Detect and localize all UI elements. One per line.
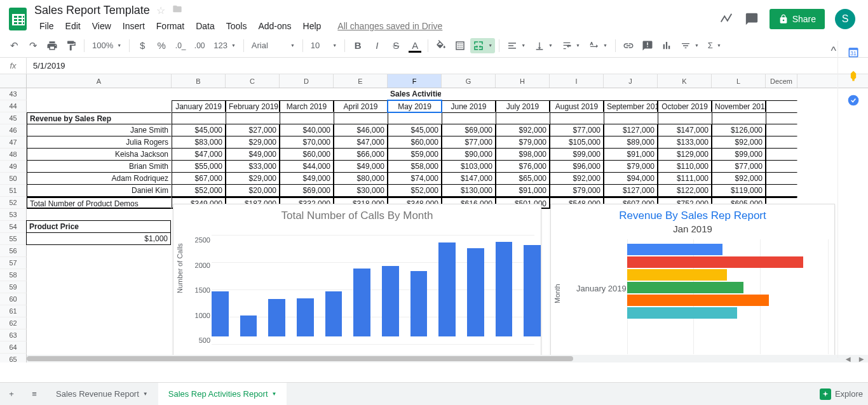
text-rotate-icon[interactable]: ▼ bbox=[585, 41, 611, 51]
keep-icon[interactable] bbox=[847, 70, 860, 83]
text-wrap-icon[interactable]: ▼ bbox=[558, 41, 584, 51]
share-button[interactable]: Share bbox=[770, 9, 825, 29]
menu-insert[interactable]: Insert bbox=[118, 18, 150, 34]
v-align-icon[interactable]: ▼ bbox=[531, 41, 557, 51]
side-panel: 31 bbox=[837, 41, 868, 358]
formula-bar: fx 5/1/2019 bbox=[0, 58, 868, 74]
tab-sales-revenue[interactable]: Sales Revenue Report▼ bbox=[46, 383, 158, 406]
strikethrough-icon[interactable]: S bbox=[387, 37, 405, 55]
menu-bar: File Edit View Insert Format Data Tools … bbox=[31, 17, 719, 34]
menu-data[interactable]: Data bbox=[191, 18, 220, 34]
chart-subtitle: Jan 2019 bbox=[551, 223, 834, 234]
currency-icon[interactable]: $ bbox=[133, 37, 151, 55]
chart-icon[interactable] bbox=[658, 37, 675, 55]
bold-icon[interactable]: B bbox=[349, 37, 367, 55]
redo-icon[interactable]: ↷ bbox=[24, 37, 42, 55]
menu-tools[interactable]: Tools bbox=[221, 18, 252, 34]
fx-icon[interactable]: fx bbox=[0, 58, 27, 74]
formula-value[interactable]: 5/1/2019 bbox=[27, 61, 65, 70]
chart-revenue-by-rep[interactable]: Revenue By Sales Rep Report Jan 2019 Mon… bbox=[550, 204, 835, 360]
number-format-select[interactable]: 123▼ bbox=[210, 41, 240, 50]
comment-icon[interactable] bbox=[639, 37, 656, 55]
text-color-icon[interactable]: A bbox=[406, 37, 424, 55]
chart-calls-by-month[interactable]: Total Number of Calls By Month Number of… bbox=[173, 204, 541, 360]
document-title[interactable]: Sales Report Template bbox=[34, 4, 150, 17]
calendar-icon[interactable]: 31 bbox=[847, 46, 860, 58]
sheet-tabs-bar: + ≡ Sales Revenue Report▼ Sales Rep Acti… bbox=[0, 382, 868, 405]
menu-help[interactable]: Help bbox=[298, 18, 327, 34]
explore-icon bbox=[820, 388, 831, 400]
tasks-icon[interactable] bbox=[847, 94, 860, 107]
decimal-decrease-icon[interactable]: .0_ bbox=[172, 37, 189, 55]
chart-title: Revenue By Sales Rep Report bbox=[551, 209, 834, 222]
activity-icon[interactable] bbox=[719, 11, 734, 27]
undo-icon[interactable]: ↶ bbox=[5, 37, 23, 55]
menu-addons[interactable]: Add-ons bbox=[253, 18, 296, 34]
explore-button[interactable]: Explore bbox=[820, 388, 863, 400]
percent-icon[interactable]: % bbox=[153, 37, 170, 55]
zoom-select[interactable]: 100%▼ bbox=[88, 41, 125, 50]
decimal-increase-icon[interactable]: .00 bbox=[191, 37, 208, 55]
comments-icon[interactable] bbox=[744, 11, 759, 27]
italic-icon[interactable]: I bbox=[368, 37, 386, 55]
tab-sales-rep-activities[interactable]: Sales Rep Activities Report▼ bbox=[158, 383, 287, 406]
save-status[interactable]: All changes saved in Drive bbox=[332, 18, 447, 34]
star-icon[interactable]: ☆ bbox=[156, 4, 165, 17]
account-avatar[interactable]: S bbox=[835, 9, 855, 29]
menu-edit[interactable]: Edit bbox=[60, 18, 86, 34]
menu-format[interactable]: Format bbox=[151, 18, 189, 34]
share-label: Share bbox=[792, 14, 816, 24]
functions-icon[interactable]: Σ▼ bbox=[704, 41, 725, 50]
y-axis-label: Number of Calls bbox=[176, 243, 184, 293]
print-icon[interactable] bbox=[43, 37, 61, 55]
paint-format-icon[interactable] bbox=[62, 37, 80, 55]
fill-color-icon[interactable] bbox=[432, 37, 450, 55]
chart-title: Total Number of Calls By Month bbox=[173, 209, 541, 222]
folder-icon[interactable] bbox=[172, 4, 183, 17]
y-axis-label: Month bbox=[553, 284, 561, 303]
filter-icon[interactable]: ▼ bbox=[677, 41, 703, 51]
all-sheets-icon[interactable]: ≡ bbox=[23, 383, 46, 406]
add-sheet-icon[interactable]: + bbox=[0, 383, 23, 406]
sheets-logo[interactable] bbox=[5, 6, 31, 32]
link-icon[interactable] bbox=[620, 37, 637, 55]
lock-icon bbox=[778, 14, 789, 24]
title-bar: Sales Report Template ☆ File Edit View I… bbox=[0, 0, 868, 34]
svg-point-3 bbox=[848, 95, 858, 106]
spreadsheet-grid[interactable]: ABCDEFGHIJKLDecem 43Sales Activities Rep… bbox=[0, 74, 868, 362]
svg-text:31: 31 bbox=[850, 50, 857, 56]
toolbar: ↶ ↷ 100%▼ $ % .0_ .00 123▼ Arial▼ 10▼ B … bbox=[0, 34, 868, 58]
horizontal-scrollbar[interactable]: ◄► bbox=[27, 355, 868, 362]
borders-icon[interactable] bbox=[451, 37, 469, 55]
h-align-icon[interactable]: ▼ bbox=[503, 41, 529, 51]
merge-cells-icon[interactable]: ▼ bbox=[470, 38, 495, 53]
menu-view[interactable]: View bbox=[87, 18, 116, 34]
collapse-toolbar-icon[interactable]: ^ bbox=[831, 44, 836, 58]
font-size-select[interactable]: 10▼ bbox=[307, 41, 341, 50]
font-select[interactable]: Arial▼ bbox=[248, 41, 299, 50]
category-label: January 2019 bbox=[576, 284, 627, 293]
menu-file[interactable]: File bbox=[34, 18, 59, 34]
